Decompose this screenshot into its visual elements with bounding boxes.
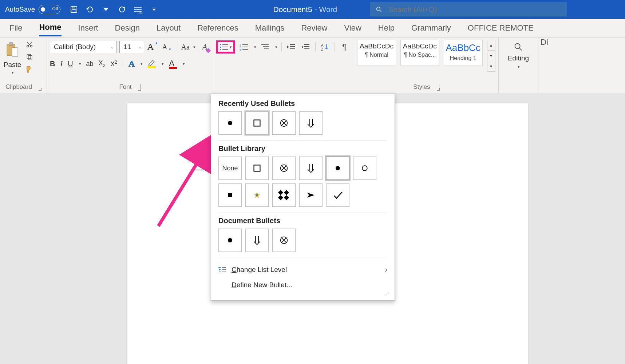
strikethrough-button[interactable]: ab (86, 60, 94, 68)
bullet-option-double-arrow-down[interactable] (299, 157, 323, 180)
tab-file[interactable]: File (9, 20, 22, 36)
svg-rect-25 (242, 49, 248, 50)
decrease-indent-button[interactable] (286, 42, 297, 52)
bullet-option-circle-x[interactable] (272, 157, 296, 180)
group-clipboard: Paste ▾ Clipboard (0, 37, 47, 93)
style-tile-no-spacing[interactable]: AaBbCcDc ¶ No Spac... (400, 40, 439, 66)
superscript-button[interactable]: X2 (110, 60, 117, 68)
svg-rect-18 (220, 49, 221, 50)
paste-label: Paste (4, 61, 21, 69)
bullet-option-disc[interactable] (218, 111, 242, 135)
font-color-button[interactable]: A (169, 59, 177, 69)
bullet-option-double-arrow-down[interactable] (299, 111, 323, 135)
style-sample: AaBbCcDc (360, 40, 393, 50)
dialog-launcher-icon[interactable] (433, 84, 439, 90)
search-input[interactable] (388, 5, 542, 14)
style-tile-heading-1[interactable]: AaBbCc Heading 1 (444, 40, 483, 66)
group-editing: Editing ▾ (499, 37, 538, 93)
font-name-combo[interactable]: Calibri (Body)⌄ (50, 41, 116, 53)
redo-button[interactable] (116, 3, 128, 16)
switch-icon: Off (39, 5, 60, 14)
qat-customize-dropdown[interactable] (148, 3, 160, 16)
clipboard-icon (5, 42, 19, 58)
resize-grip-icon[interactable]: ⋰ (215, 293, 390, 297)
menu-label: hange List Level (237, 266, 287, 273)
tab-office-remote[interactable]: OFFICE REMOTE (468, 20, 534, 36)
multilevel-list-button[interactable] (260, 42, 271, 52)
autosave-label: AutoSave (5, 5, 35, 13)
tab-grammarly[interactable]: Grammarly (411, 20, 451, 36)
equation-button[interactable]: 123 (132, 3, 144, 16)
undo-dropdown[interactable] (100, 3, 112, 16)
svg-point-3 (119, 7, 124, 12)
styles-expand-icon[interactable]: ▾ (487, 61, 495, 71)
subscript-button[interactable]: X2 (99, 59, 106, 68)
bullet-option-color-star[interactable] (245, 183, 269, 207)
bullet-option-four-diamond[interactable] (272, 183, 296, 207)
tab-insert[interactable]: Insert (78, 20, 98, 36)
dialog-launcher-icon[interactable] (35, 84, 41, 90)
format-painter-button[interactable] (25, 64, 34, 74)
tab-design[interactable]: Design (115, 20, 140, 36)
style-name: Heading 1 (443, 54, 483, 62)
bullet-option-disc[interactable] (326, 157, 349, 180)
truncated-group: Di (538, 37, 550, 93)
clear-formatting-button[interactable]: A (202, 42, 207, 52)
dialog-launcher-icon[interactable] (135, 84, 141, 90)
bullet-option-arrowhead[interactable] (299, 183, 323, 207)
group-label-clipboard: Clipboard (5, 83, 32, 91)
tab-view[interactable]: View (344, 20, 361, 36)
tab-mailings[interactable]: Mailings (255, 20, 285, 36)
save-button[interactable] (68, 3, 80, 16)
bullet-option-disc[interactable] (218, 229, 242, 252)
autosave-toggle[interactable]: AutoSave Off (5, 5, 60, 14)
text-effects-button[interactable]: A (128, 59, 135, 69)
autosave-state: Off (52, 6, 58, 11)
sort-button[interactable]: AZ (320, 42, 331, 52)
tab-review[interactable]: Review (301, 20, 327, 36)
tab-home[interactable]: Home (39, 20, 61, 36)
chevron-down-icon: ▾ (79, 62, 81, 66)
svg-rect-33 (304, 46, 309, 47)
copy-button[interactable] (25, 52, 34, 62)
scroll-down-icon[interactable]: ▾ (487, 51, 495, 61)
bold-button[interactable]: B (50, 60, 55, 68)
paste-button[interactable]: Paste ▾ (3, 40, 22, 75)
grow-font-button[interactable]: A▴ (147, 41, 154, 52)
bullet-option-hollow-square[interactable] (245, 111, 269, 135)
cut-button[interactable] (25, 40, 34, 49)
scroll-up-icon[interactable]: ▴ (487, 40, 495, 51)
bullets-button[interactable]: ▾ (216, 40, 235, 54)
bullet-option-none[interactable]: None (218, 157, 242, 180)
undo-button[interactable] (84, 3, 96, 16)
menu-define-new-bullet[interactable]: Define New Bullet... (215, 277, 390, 293)
svg-point-47 (256, 194, 258, 196)
font-size-combo[interactable]: 11⌄ (119, 41, 144, 53)
editing-button[interactable]: Editing ▾ (502, 40, 535, 69)
show-hide-paragraph-button[interactable]: ¶ (339, 42, 350, 52)
bullet-option-hollow-square[interactable] (245, 157, 269, 180)
style-tile-normal[interactable]: AaBbCcDc ¶ Normal (357, 40, 396, 66)
chevron-down-icon: ▾ (230, 45, 232, 50)
shrink-font-button[interactable]: A▾ (162, 43, 167, 51)
change-case-button[interactable]: Aa (181, 43, 190, 51)
underline-button[interactable]: U (68, 60, 73, 68)
bullet-option-double-arrow-down[interactable] (245, 229, 269, 252)
increase-indent-button[interactable] (300, 42, 311, 52)
tab-layout[interactable]: Layout (157, 20, 181, 36)
bullet-option-filled-square[interactable] (218, 183, 242, 207)
styles-gallery-scroll[interactable]: ▴ ▾ ▾ (487, 40, 495, 72)
bullet-option-circle-x[interactable] (272, 229, 296, 252)
tab-references[interactable]: References (197, 20, 238, 36)
svg-rect-34 (304, 48, 309, 49)
bullet-option-checkmark[interactable] (326, 183, 349, 207)
tab-help[interactable]: Help (378, 20, 395, 36)
menu-change-list-level[interactable]: Change List Level › (215, 262, 390, 277)
search-box[interactable] (370, 3, 567, 16)
italic-button[interactable]: I (60, 60, 63, 68)
bullet-option-circle-x[interactable] (272, 111, 296, 135)
bullet-option-hollow-circle[interactable] (353, 157, 376, 180)
chevron-down-icon: ▾ (162, 62, 164, 66)
highlight-button[interactable] (148, 59, 156, 68)
numbering-button[interactable]: 123 (239, 42, 250, 52)
